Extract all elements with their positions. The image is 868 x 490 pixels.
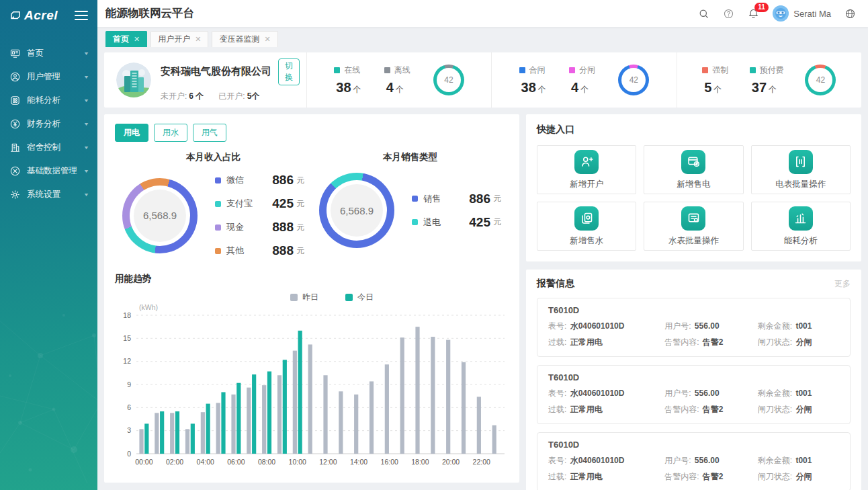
user-icon	[9, 71, 21, 83]
quick-entry-label: 新增售水	[570, 235, 603, 247]
status-stat: 分闸4个	[569, 65, 595, 95]
chevron-down-icon: ▼	[83, 145, 89, 151]
sidebar-item-settings[interactable]: 系统设置 ▼	[0, 183, 97, 206]
overview-strip: 安科瑞电气股份有限公司 切换 未开户:6 个已开户:5个 在线38个离线4个42…	[104, 52, 861, 108]
quick-entry-energy-analysis[interactable]: 能耗分析	[751, 202, 851, 251]
trend-chart-legend: 昨日今日	[155, 292, 509, 303]
quick-entry-meter-electric[interactable]: 电表批量操作	[751, 145, 851, 194]
income-chart-group: 本月收入占比 6,568.9 微信886元支付宝425元现金888元其他888元	[115, 151, 312, 258]
home-icon	[9, 48, 21, 59]
alarm-field: 表号: 水040601010D	[548, 455, 664, 466]
finance-icon	[9, 118, 21, 130]
window-tab[interactable]: 用户开户✕	[150, 31, 208, 47]
sidebar-item-finance[interactable]: 财务分析 ▼	[0, 112, 97, 136]
alarm-field: 用户号: 556.00	[664, 455, 758, 466]
chevron-down-icon: ▼	[83, 192, 89, 198]
energy-tab-inactive[interactable]: 用气	[193, 124, 226, 142]
sidebar-item-home[interactable]: 首页 ▼	[0, 42, 97, 65]
logo-text: Acrel	[24, 8, 58, 23]
svg-text:0: 0	[127, 450, 131, 458]
sidebar-item-dorm[interactable]: 宿舍控制 ▼	[0, 136, 97, 159]
quick-entry-label: 电表批量操作	[775, 179, 826, 190]
income-chart-title: 本月收入占比	[115, 151, 312, 163]
trend-legend-item[interactable]: 今日	[345, 292, 374, 303]
status-stat: 预付费37个	[750, 65, 784, 95]
quick-entry-sell-electric[interactable]: 新增售电	[644, 145, 743, 194]
tab-label: 首页	[113, 34, 129, 45]
income-chart-legend: 微信886元支付宝425元现金888元其他888元	[215, 173, 304, 258]
energy-tab-inactive[interactable]: 用水	[154, 124, 187, 142]
energy-type-tabs: 用电用水用气	[115, 124, 509, 142]
quick-entry-sell-water[interactable]: 新增售水	[537, 202, 636, 251]
energy-icon	[9, 95, 21, 106]
meter-water-icon	[681, 206, 705, 231]
alarm-field: 用户号: 556.00	[664, 321, 758, 332]
sidebar-menu: 首页 ▼ 用户管理 ▼ 能耗分析 ▼ 财务分析 ▼ 宿舍控制 ▼ 基础数据管理 …	[0, 42, 97, 206]
income-donut-center-value: 6,568.9	[134, 190, 186, 242]
energy-tab-active[interactable]: 用电	[115, 124, 148, 142]
status-stat: 离线4个	[384, 65, 410, 95]
tab-label: 变压器监测	[219, 34, 259, 45]
avatar	[773, 5, 789, 22]
alarm-field: 剩余金额: t001	[758, 388, 839, 399]
alarm-field: 表号: 水040601010D	[548, 388, 664, 399]
user-menu[interactable]: Serati Ma	[773, 5, 831, 22]
legend-row: 销售886元	[412, 192, 501, 206]
company-avatar	[116, 63, 151, 97]
quick-entry-label: 新增售电	[677, 179, 710, 190]
menu-collapse-icon[interactable]	[75, 8, 88, 23]
help-icon[interactable]	[723, 8, 734, 19]
alarm-field: 闸刀状态: 分闸	[758, 337, 839, 348]
trend-legend-item[interactable]: 昨日	[290, 292, 318, 303]
window-tab[interactable]: 变压器监测✕	[212, 31, 277, 47]
status-group-online: 在线38个离线4个42	[306, 52, 491, 108]
svg-text:(kWh): (kWh)	[139, 303, 158, 311]
svg-text:22:00: 22:00	[473, 458, 490, 466]
sidebar-item-label: 系统设置	[27, 189, 83, 200]
alarm-field: 剩余金额: t001	[758, 455, 839, 466]
svg-text:16:00: 16:00	[381, 458, 398, 466]
chevron-down-icon: ▼	[83, 51, 89, 56]
quick-entry-meter-water[interactable]: 水表批量操作	[644, 202, 743, 251]
switch-company-button[interactable]: 切换	[278, 58, 300, 85]
alarm-more-link[interactable]: 更多	[834, 278, 851, 290]
company-account-stats: 未开户:6 个已开户:5个	[161, 91, 300, 102]
status-group-switch: 合闸38个分闸4个42	[491, 52, 676, 108]
close-icon[interactable]: ✕	[134, 35, 140, 44]
svg-text:15: 15	[123, 334, 131, 342]
sidebar: Acrel 首页 ▼ 用户管理 ▼ 能耗分析 ▼ 财务分析 ▼ 宿舍控制 ▼ 基…	[0, 0, 97, 490]
notifications-button[interactable]: 11	[748, 8, 759, 19]
close-icon[interactable]: ✕	[195, 35, 201, 44]
sell-electric-icon	[681, 150, 705, 174]
quick-entry-user-add[interactable]: 新增开户	[537, 145, 636, 194]
search-icon[interactable]	[698, 8, 709, 19]
svg-text:14:00: 14:00	[350, 458, 367, 466]
svg-text:18:00: 18:00	[411, 458, 429, 466]
sidebar-item-user[interactable]: 用户管理 ▼	[0, 65, 97, 89]
window-tab-bar: 首页✕用户开户✕变压器监测✕	[97, 27, 868, 47]
alarm-field: 过载: 正常用电	[548, 337, 664, 348]
svg-text:02:00: 02:00	[166, 458, 183, 466]
income-donut-chart: 6,568.9	[122, 178, 198, 253]
alarm-field: 告警内容: 告警2	[664, 471, 758, 483]
sidebar-item-label: 财务分析	[27, 118, 83, 130]
close-icon[interactable]: ✕	[264, 35, 270, 44]
alarm-item[interactable]: T6010D表号: 水040601010D用户号: 556.00剩余金额: t0…	[537, 298, 851, 357]
alarm-item[interactable]: T6010D表号: 水040601010D用户号: 556.00剩余金额: t0…	[537, 432, 851, 490]
user-add-icon	[574, 150, 599, 174]
status-group-payment: 强制5个预付费37个42	[677, 52, 861, 108]
quick-entry-label: 水表批量操作	[668, 235, 719, 247]
svg-text:10:00: 10:00	[289, 458, 306, 466]
legend-row: 现金888元	[215, 220, 304, 235]
energy-trend-section: 用能趋势 昨日今日 (kWh)036912151800:0002:0004:00…	[115, 273, 509, 470]
alarm-item-title: T6010D	[548, 305, 839, 315]
notification-badge: 11	[754, 3, 769, 12]
language-globe-icon[interactable]	[844, 8, 856, 19]
sidebar-item-database[interactable]: 基础数据管理 ▼	[0, 159, 97, 183]
sidebar-item-label: 用户管理	[27, 71, 83, 83]
window-tab[interactable]: 首页✕	[105, 31, 147, 47]
acrel-logo: Acrel	[9, 8, 58, 23]
sidebar-item-energy[interactable]: 能耗分析 ▼	[0, 89, 97, 112]
alarm-item[interactable]: T6010D表号: 水040601010D用户号: 556.00剩余金额: t0…	[537, 365, 851, 424]
dorm-icon	[9, 142, 21, 153]
